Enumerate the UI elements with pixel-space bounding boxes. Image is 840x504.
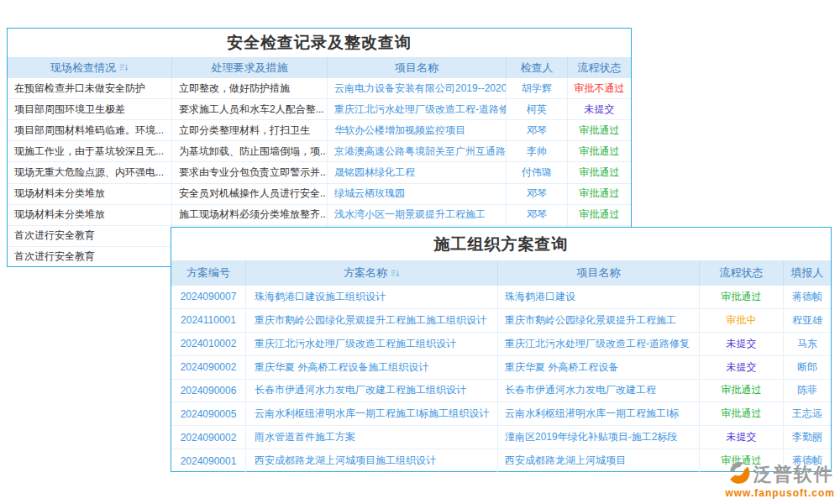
table-body: 2024090007珠海鹤港口建设施工组织设计珠海鹤港口建设审批通过蒋德帧202…	[171, 286, 831, 472]
plan-code-link[interactable]: 2024010002	[171, 333, 246, 355]
plan-code-link[interactable]: 2024090007	[171, 286, 246, 308]
table-row: 现施工作业，由于基坑较深且无...为基坑卸载、防止围墙倒塌，项...京港澳高速公…	[8, 141, 631, 162]
column-header-flow-status: 流程状态	[700, 260, 784, 286]
action-measures: 安全员对机械操作人员进行安全...	[172, 184, 328, 204]
plan-name-link[interactable]: 西安成都路龙湖上河城项目施工组织设计	[246, 449, 498, 472]
brand-logo: 泛普软件 www.fanpusoft.com	[725, 460, 835, 499]
table-row: 现场材料未分类堆放安全员对机械操作人员进行安全...绿城云栖玫瑰园邓琴审批通过	[8, 184, 631, 205]
project-name-link[interactable]: 京港澳高速公路粤境韶关至广州互通路面改	[328, 141, 507, 161]
panel-title: 施工组织方案查询	[171, 228, 831, 260]
project-name-link[interactable]: 西安成都路龙湖上河城项目	[498, 449, 700, 472]
project-name-link[interactable]: 潼南区2019年绿化补贴项目-施工2标段	[498, 426, 700, 449]
column-header-label: 项目名称	[577, 265, 621, 281]
table-row: 2024090002雨水管道首件施工方案潼南区2019年绿化补贴项目-施工2标段…	[171, 426, 831, 449]
flow-status: 审批通过	[700, 380, 784, 402]
plan-code-link[interactable]: 2024090005	[171, 402, 246, 425]
table-row: 2024090002重庆华夏 外高桥工程设备施工组织设计重庆华夏 外高桥工程设备…	[171, 356, 831, 380]
column-header-label: 流程状态	[578, 60, 622, 76]
reporter-name: 陈菲	[784, 380, 831, 402]
plan-name-link[interactable]: 重庆市鹅岭公园绿化景观提升工程施工施工组织设计	[246, 309, 498, 332]
plan-code-link[interactable]: 2024090002	[171, 426, 246, 449]
brand-name: 泛普软件	[753, 462, 834, 487]
inspection-situation: 现施工作业，由于基坑较深且无...	[8, 141, 172, 161]
project-name-link[interactable]: 长春市伊通河水力发电厂改建工程	[498, 380, 700, 402]
plan-name-link[interactable]: 珠海鹤港口建设施工组织设计	[246, 286, 498, 308]
inspector-name: 李帅	[507, 141, 568, 161]
plan-name-link[interactable]: 雨水管道首件施工方案	[246, 426, 498, 449]
plan-code-link[interactable]: 2024090001	[171, 449, 246, 472]
column-header-plan-name[interactable]: 方案名称	[246, 260, 498, 286]
column-header-project-name: 项目名称	[328, 57, 507, 78]
flow-status: 审批通过	[700, 402, 784, 425]
column-header-project-name: 项目名称	[498, 260, 700, 286]
inspection-situation: 现场无重大危险点源、内环强电...	[8, 162, 172, 182]
flow-status: 审批不通过	[568, 78, 631, 98]
column-header-label: 项目名称	[395, 60, 438, 76]
inspector-name: 邓琴	[507, 120, 568, 140]
flow-status: 未提交	[700, 333, 784, 355]
column-header-reporter: 填报人	[784, 260, 831, 286]
flow-status: 未提交	[700, 426, 784, 449]
action-measures: 立即分类整理材料，打扫卫生	[172, 120, 328, 140]
project-name-link[interactable]: 重庆江北污水处理厂级改造工程-道路修复	[328, 99, 507, 119]
table-row: 2024010002重庆江北污水处理厂级改造工程施工组织设计重庆江北污水处理厂级…	[171, 333, 831, 356]
flow-status: 未提交	[700, 356, 784, 379]
table-row: 2024090006长春市伊通河水力发电厂改建工程施工组织设计长春市伊通河水力发…	[171, 380, 831, 403]
plan-code-link[interactable]: 2024090002	[171, 356, 246, 379]
inspection-situation: 首次进行安全教育	[8, 226, 172, 246]
construction-plan-panel: 施工组织方案查询 方案编号 方案名称 项目名称 流程状态 填报人 2024090…	[171, 227, 832, 472]
table-row: 现场材料未分类堆放施工现场材料必须分类堆放整齐...浅水湾小区一期景观提升工程施…	[8, 205, 631, 226]
table-row: 项目部周围环境卫生极差要求施工人员和水车2人配合整...重庆江北污水处理厂级改造…	[8, 99, 631, 120]
project-name-link[interactable]: 绿城云栖玫瑰园	[328, 184, 507, 204]
inspection-situation: 现场材料未分类堆放	[8, 205, 172, 225]
plan-name-link[interactable]: 重庆江北污水处理厂级改造工程施工组织设计	[246, 333, 498, 355]
action-measures: 立即整改，做好防护措施	[172, 78, 328, 98]
column-header-label: 填报人	[791, 265, 824, 281]
inspector-name: 付伟璐	[507, 162, 568, 182]
project-name-link[interactable]: 浅水湾小区一期景观提升工程施工	[328, 205, 507, 225]
column-header-label: 方案编号	[186, 265, 230, 281]
plan-name-link[interactable]: 长春市伊通河水力发电厂改建工程施工组织设计	[246, 380, 498, 402]
flow-status: 审批通过	[700, 286, 784, 308]
table-row: 在预留检查井口未做安全防护立即整改，做好防护措施云南电力设备安装有限公司2019…	[8, 78, 631, 99]
inspector-name: 邓琴	[507, 184, 568, 204]
project-name-link[interactable]: 云南水利枢纽潜明水库一期工程施工I标	[498, 402, 700, 425]
plan-name-link[interactable]: 云南水利枢纽潜明水库一期工程施工I标施工组织设计	[246, 402, 498, 425]
reporter-name: 断郎	[784, 356, 831, 379]
flow-status: 审批通过	[568, 162, 631, 182]
table-row: 2024090005云南水利枢纽潜明水库一期工程施工I标施工组织设计云南水利枢纽…	[171, 402, 831, 426]
project-name-link[interactable]: 重庆江北污水处理厂级改造工程-道路修复	[498, 333, 700, 355]
column-header-label: 流程状态	[720, 265, 764, 281]
column-header-inspection-situation[interactable]: 现场检查情况	[8, 57, 172, 78]
table-header: 现场检查情况 处理要求及措施 项目名称 检查人 流程状态	[8, 57, 631, 78]
project-name-link[interactable]: 珠海鹤港口建设	[498, 286, 700, 308]
sort-icon[interactable]	[119, 63, 129, 72]
inspection-situation: 项目部周围材料堆码临难。环境...	[8, 120, 172, 140]
column-header-label: 现场检查情况	[50, 60, 116, 76]
table-row: 现场无重大危险点源、内环强电...要求由专业分包负责立即警示并...晟铭园林绿化…	[8, 162, 631, 183]
inspection-situation: 项目部周围环境卫生极差	[8, 99, 172, 119]
table-row: 2024090007珠海鹤港口建设施工组织设计珠海鹤港口建设审批通过蒋德帧	[171, 286, 831, 309]
inspection-situation: 在预留检查井口未做安全防护	[8, 78, 172, 98]
plan-code-link[interactable]: 2024090006	[171, 380, 246, 402]
sort-icon[interactable]	[391, 269, 400, 278]
table-row: 项目部周围材料堆码临难。环境...立即分类整理材料，打扫卫生华软办公楼增加视频监…	[8, 120, 631, 141]
flow-status: 审批中	[700, 309, 784, 332]
column-header-action-measures: 处理要求及措施	[172, 57, 328, 78]
plan-name-link[interactable]: 重庆华夏 外高桥工程设备施工组织设计	[246, 356, 498, 379]
table-row: 2024110001重庆市鹅岭公园绿化景观提升工程施工施工组织设计重庆市鹅岭公园…	[171, 309, 831, 333]
reporter-name: 王志远	[784, 402, 831, 425]
column-header-plan-code: 方案编号	[171, 260, 246, 286]
action-measures: 为基坑卸载、防止围墙倒塌，项...	[172, 141, 328, 161]
inspection-situation: 首次进行安全教育	[8, 247, 172, 267]
project-name-link[interactable]: 华软办公楼增加视频监控项目	[328, 120, 507, 140]
column-header-flow-status: 流程状态	[568, 57, 631, 78]
project-name-link[interactable]: 重庆市鹅岭公园绿化景观提升工程施工	[498, 309, 700, 332]
inspector-name: 邓琴	[507, 205, 568, 225]
project-name-link[interactable]: 重庆华夏 外高桥工程设备	[498, 356, 700, 379]
plan-code-link[interactable]: 2024110001	[171, 309, 246, 332]
inspector-name: 胡学辉	[507, 78, 568, 98]
project-name-link[interactable]: 晟铭园林绿化工程	[328, 162, 507, 182]
reporter-name: 蒋德帧	[784, 286, 831, 308]
project-name-link[interactable]: 云南电力设备安装有限公司2019--2020年度	[328, 78, 507, 98]
